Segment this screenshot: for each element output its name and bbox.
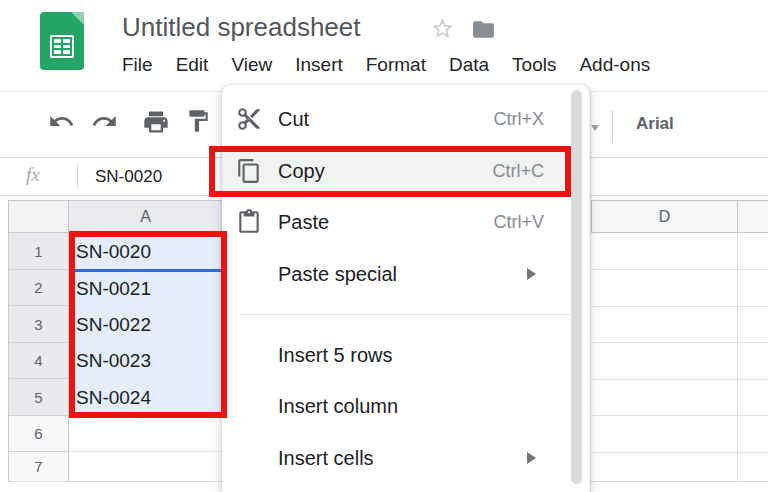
cell-a2[interactable]: SN-0021 xyxy=(69,272,222,306)
clipboard-icon xyxy=(236,209,262,235)
menu-view[interactable]: View xyxy=(231,54,272,76)
print-icon[interactable] xyxy=(142,108,170,140)
scissors-icon xyxy=(236,106,262,132)
gridline-col-e xyxy=(737,233,738,482)
menu-data[interactable]: Data xyxy=(449,54,489,76)
sheets-logo-fold xyxy=(71,12,84,25)
undo-icon[interactable] xyxy=(48,108,75,139)
cell-a3[interactable]: SN-0022 xyxy=(69,306,222,343)
menu-item-paste[interactable]: Paste Ctrl+V xyxy=(222,198,570,246)
menu-item-paste-special[interactable]: Paste special xyxy=(222,250,570,298)
menu-item-shortcut: Ctrl+C xyxy=(492,161,544,182)
menu-item-label: Paste special xyxy=(278,263,397,286)
menu-add-ons[interactable]: Add-ons xyxy=(579,54,650,76)
column-header-e[interactable] xyxy=(737,200,768,233)
column-header-d[interactable]: D xyxy=(591,200,738,233)
select-all-corner[interactable] xyxy=(8,200,69,233)
row-header-1[interactable]: 1 xyxy=(8,233,68,270)
cell-a1[interactable]: SN-0020 xyxy=(69,234,222,270)
fx-icon: fx xyxy=(26,164,40,186)
menu-edit[interactable]: Edit xyxy=(176,54,209,76)
menu-item-label: Insert 5 rows xyxy=(278,344,392,367)
font-size-dropdown-caret-icon[interactable] xyxy=(591,125,599,131)
redo-icon[interactable] xyxy=(91,108,118,139)
menu-item-insert-column[interactable]: Insert column xyxy=(222,382,570,430)
menu-item-cut[interactable]: Cut Ctrl+X xyxy=(222,95,570,143)
row-header-6[interactable]: 6 xyxy=(8,416,68,452)
cell-a7[interactable] xyxy=(69,452,222,482)
menu-separator xyxy=(240,314,570,315)
font-family-selector[interactable]: Arial xyxy=(636,114,674,134)
sheets-logo-icon[interactable] xyxy=(40,12,84,70)
copy-icon xyxy=(236,158,262,184)
cell-a5[interactable]: SN-0024 xyxy=(69,379,222,416)
row-header-7[interactable]: 7 xyxy=(8,452,68,482)
context-menu: Cut Ctrl+X Copy Ctrl+C Paste Ctrl+V Past… xyxy=(222,85,590,492)
menu-item-label: Insert cells xyxy=(278,447,374,470)
menu-item-label: Paste xyxy=(278,211,329,234)
menu-item-insert-5-rows[interactable]: Insert 5 rows xyxy=(222,331,570,379)
menu-item-copy[interactable]: Copy Ctrl+C xyxy=(222,147,570,195)
row-header-5[interactable]: 5 xyxy=(8,379,68,416)
menu-bar: File Edit View Insert Format Data Tools … xyxy=(122,54,650,76)
cell-a4[interactable]: SN-0023 xyxy=(69,343,222,379)
formula-bar-input[interactable]: SN-0020 xyxy=(95,167,162,187)
sheets-logo-grid-glyph xyxy=(50,35,74,58)
paint-format-icon[interactable] xyxy=(185,108,211,138)
context-menu-scrollbar[interactable] xyxy=(571,90,582,484)
menu-item-label: Copy xyxy=(278,160,325,183)
cell-a6[interactable] xyxy=(69,416,222,452)
column-header-a[interactable]: A xyxy=(68,200,223,233)
toolbar-divider xyxy=(612,110,613,143)
row-header-4[interactable]: 4 xyxy=(8,343,68,379)
menu-item-shortcut: Ctrl+V xyxy=(493,212,544,233)
menu-tools[interactable]: Tools xyxy=(512,54,556,76)
document-title[interactable]: Untitled spreadsheet xyxy=(122,12,360,43)
row-header-2[interactable]: 2 xyxy=(8,270,68,306)
active-cell-border xyxy=(74,269,222,272)
menu-insert[interactable]: Insert xyxy=(295,54,343,76)
menu-item-label: Insert column xyxy=(278,395,398,418)
menu-item-insert-cells[interactable]: Insert cells xyxy=(222,434,570,482)
menu-file[interactable]: File xyxy=(122,54,153,76)
submenu-arrow-icon xyxy=(527,452,536,464)
row-header-3[interactable]: 3 xyxy=(8,306,68,343)
menu-format[interactable]: Format xyxy=(366,54,426,76)
menu-item-shortcut: Ctrl+X xyxy=(493,109,544,130)
move-to-folder-icon[interactable] xyxy=(470,17,497,46)
google-sheets-app: Untitled spreadsheet File Edit View Inse… xyxy=(0,0,768,492)
menu-item-label: Cut xyxy=(278,108,309,131)
star-icon[interactable] xyxy=(430,16,455,45)
submenu-arrow-icon xyxy=(527,268,536,280)
formula-bar-divider xyxy=(77,163,78,189)
